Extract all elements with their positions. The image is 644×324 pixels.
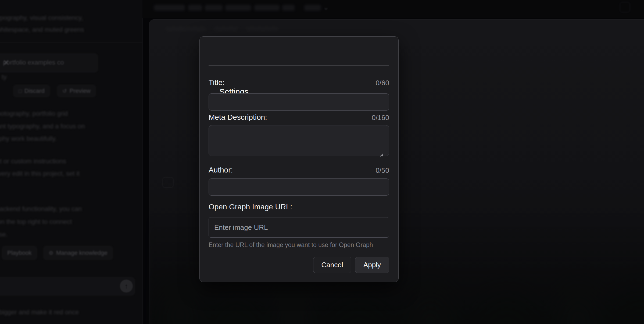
meta-description-label: Meta Description: bbox=[209, 113, 267, 122]
author-char-counter: 0/50 bbox=[375, 166, 389, 175]
title-char-counter: 0/60 bbox=[375, 79, 389, 87]
resize-handle-icon[interactable] bbox=[378, 152, 384, 157]
title-label: Title: bbox=[209, 78, 225, 87]
settings-dialog: Settings Title: 0/60 Meta Description: 0… bbox=[199, 36, 399, 282]
apply-button[interactable]: Apply bbox=[355, 257, 389, 273]
meta-description-char-counter: 0/160 bbox=[372, 114, 389, 122]
og-image-url-label: Open Graph Image URL: bbox=[209, 203, 292, 211]
title-input[interactable] bbox=[209, 93, 389, 111]
meta-description-textarea[interactable] bbox=[209, 125, 389, 156]
og-helper-text: Enter the URL of the image you want to u… bbox=[209, 241, 389, 249]
author-label: Author: bbox=[209, 166, 233, 174]
dialog-divider bbox=[209, 65, 389, 66]
author-input[interactable] bbox=[209, 178, 389, 196]
cancel-button[interactable]: Cancel bbox=[313, 257, 351, 273]
og-image-url-input[interactable] bbox=[209, 217, 389, 238]
